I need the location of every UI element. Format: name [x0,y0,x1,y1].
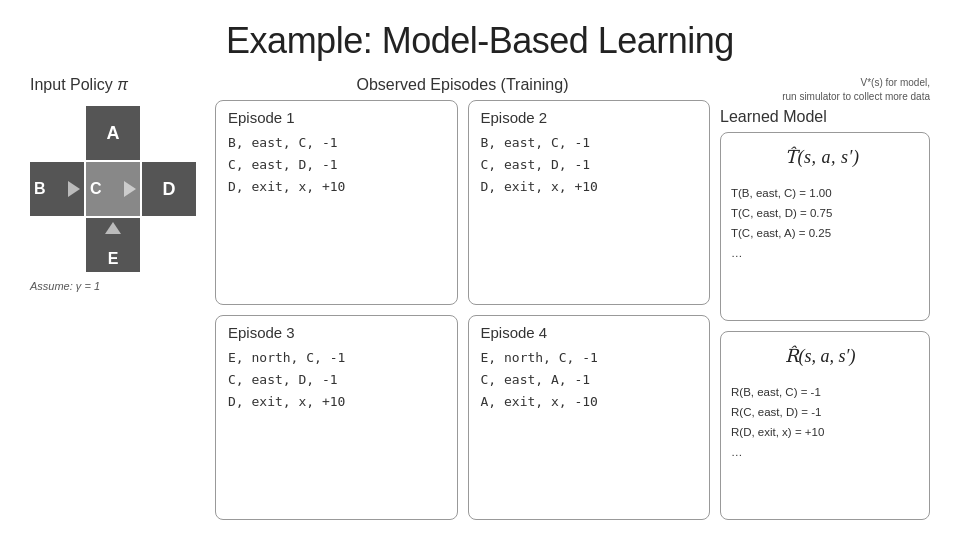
r-line1: R(B, east, C) = -1 [731,382,919,402]
c-label: C [90,180,102,198]
r-line3: R(D, exit, x) = +10 [731,422,919,442]
left-panel: Input Policy π A B C D [30,76,205,520]
episode-1-box: Episode 1 B, east, C, -1 C, east, D, -1 … [215,100,458,305]
t-model-content: T(B, east, C) = 1.00 T(C, east, D) = 0.7… [731,183,919,264]
r-line4: … [731,442,919,462]
ep4-line2: C, east, A, -1 [481,369,698,391]
episode-4-title: Episode 4 [481,324,698,341]
ep2-line3: D, exit, x, +10 [481,176,698,198]
ep2-line2: C, east, D, -1 [481,154,698,176]
c-arrow-icon [124,181,136,197]
grid-cell-2-2 [142,218,196,272]
ep1-line3: D, exit, x, +10 [228,176,445,198]
ep3-line2: C, east, D, -1 [228,369,445,391]
grid-cell-0-1: A [86,106,140,160]
svg-text:R̂(s, a, s′): R̂(s, a, s′) [785,345,856,367]
t-line1: T(B, east, C) = 1.00 [731,183,919,203]
episode-3-content: E, north, C, -1 C, east, D, -1 D, exit, … [228,347,445,413]
episode-4-box: Episode 4 E, north, C, -1 C, east, A, -1… [468,315,711,520]
b-label: B [34,180,46,198]
episode-4-content: E, north, C, -1 C, east, A, -1 A, exit, … [481,347,698,413]
r-model-box: R̂(s, a, s′) R(B, east, C) = -1 R(C, eas… [720,331,930,520]
input-policy-header: Input Policy π [30,76,128,94]
episode-3-box: Episode 3 E, north, C, -1 C, east, D, -1… [215,315,458,520]
grid-cell-2-1: E [86,218,140,272]
ep1-line1: B, east, C, -1 [228,132,445,154]
grid-cell-1-1: C [86,162,140,216]
v-star-note: V*(s) for model, run simulator to collec… [720,76,930,104]
t-line4: … [731,243,919,263]
r-line2: R(C, east, D) = -1 [731,402,919,422]
grid-cell-1-2: D [142,162,196,216]
grid-cell-2-0 [30,218,84,272]
episode-1-content: B, east, C, -1 C, east, D, -1 D, exit, x… [228,132,445,198]
t-formula-svg: T̂(s, a, s′) [775,141,875,171]
r-model-content: R(B, east, C) = -1 R(C, east, D) = -1 R(… [731,382,919,463]
svg-text:T̂(s, a, s′): T̂(s, a, s′) [785,146,859,168]
t-line3: T(C, east, A) = 0.25 [731,223,919,243]
r-formula: R̂(s, a, s′) [731,340,919,376]
observed-episodes-header: Observed Episodes (Training) [215,76,710,94]
t-model-box: T̂(s, a, s′) T(B, east, C) = 1.00 T(C, e… [720,132,930,321]
ep3-line3: D, exit, x, +10 [228,391,445,413]
episode-2-title: Episode 2 [481,109,698,126]
episode-2-box: Episode 2 B, east, C, -1 C, east, D, -1 … [468,100,711,305]
t-line2: T(C, east, D) = 0.75 [731,203,919,223]
e-arrow-icon [105,222,121,234]
episode-2-content: B, east, C, -1 C, east, D, -1 D, exit, x… [481,132,698,198]
episode-1-title: Episode 1 [228,109,445,126]
right-content: T̂(s, a, s′) T(B, east, C) = 1.00 T(C, e… [720,132,930,520]
grid-cell-0-0 [30,106,84,160]
ep3-line1: E, north, C, -1 [228,347,445,369]
assume-text: Assume: γ = 1 [30,280,100,292]
page-title: Example: Model-Based Learning [30,20,930,62]
ep2-line1: B, east, C, -1 [481,132,698,154]
episodes-grid: Episode 1 B, east, C, -1 C, east, D, -1 … [215,100,710,520]
ep4-line1: E, north, C, -1 [481,347,698,369]
right-panel: V*(s) for model, run simulator to collec… [720,76,930,520]
main-row: Input Policy π A B C D [30,76,930,520]
grid-cell-1-0: B [30,162,84,216]
grid-cell-0-2 [142,106,196,160]
page-container: Example: Model-Based Learning Input Poli… [0,0,960,540]
learned-model-header: Learned Model [720,108,930,126]
r-formula-svg: R̂(s, a, s′) [775,340,875,370]
ep4-line3: A, exit, x, -10 [481,391,698,413]
middle-panel: Observed Episodes (Training) Episode 1 B… [215,76,710,520]
t-formula: T̂(s, a, s′) [731,141,919,177]
b-arrow-icon [68,181,80,197]
e-label: E [108,250,119,268]
ep1-line2: C, east, D, -1 [228,154,445,176]
policy-grid: A B C D E [30,106,196,272]
episode-3-title: Episode 3 [228,324,445,341]
